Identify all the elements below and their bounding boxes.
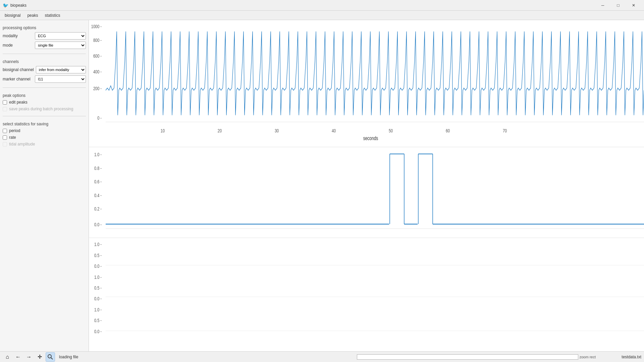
save-peaks-checkbox[interactable] bbox=[3, 107, 7, 111]
main-content: processing options modality ECG PPG RESP… bbox=[0, 20, 644, 351]
save-peaks-row: save peaks during batch processing bbox=[3, 107, 86, 111]
window-controls: ─ □ ✕ bbox=[595, 0, 641, 11]
svg-text:0.5 -: 0.5 - bbox=[94, 318, 102, 323]
sidebar: processing options modality ECG PPG RESP… bbox=[0, 20, 89, 351]
modality-label: modality bbox=[3, 34, 33, 38]
svg-text:20: 20 bbox=[218, 128, 222, 133]
processing-options-label: processing options bbox=[3, 25, 86, 30]
svg-text:1.0 -: 1.0 - bbox=[94, 307, 102, 313]
chart-area: 1000 - 800 - 600 - 400 - 200 - 0 - 10 20… bbox=[89, 20, 644, 351]
svg-text:0.5 -: 0.5 - bbox=[94, 252, 102, 258]
rate-checkbox[interactable] bbox=[3, 135, 7, 140]
marker-channel-label: marker channel bbox=[3, 77, 33, 81]
svg-text:0.2 -: 0.2 - bbox=[94, 206, 102, 212]
svg-text:0.5 -: 0.5 - bbox=[94, 285, 102, 291]
svg-text:0.0 -: 0.0 - bbox=[94, 263, 102, 269]
mode-label: mode bbox=[3, 43, 33, 48]
forward-button[interactable]: → bbox=[24, 352, 34, 362]
svg-text:800 -: 800 - bbox=[93, 37, 102, 43]
ecg-svg: 1000 - 800 - 600 - 400 - 200 - 0 - 10 20… bbox=[89, 20, 644, 147]
bottombar: ⌂ ← → ✛ loading file zoom rect testdata.… bbox=[0, 351, 644, 362]
period-label: period bbox=[9, 128, 20, 133]
period-row: period bbox=[3, 128, 86, 133]
sub-charts: 1.0 - 0.5 - 0.0 - 1.0 - 0.5 - 0.0 - 1.0 … bbox=[89, 238, 644, 351]
biosignal-channel-label: biosignal channel bbox=[3, 67, 34, 72]
sub-svg: 1.0 - 0.5 - 0.0 - 1.0 - 0.5 - 0.0 - 1.0 … bbox=[89, 238, 644, 351]
ecg-waveform bbox=[106, 32, 644, 115]
menu-biosignal[interactable]: biosignal bbox=[1, 12, 24, 19]
svg-text:50: 50 bbox=[389, 128, 393, 133]
tidal-amplitude-row: tidal amplitude bbox=[3, 142, 86, 146]
save-peaks-label: save peaks during batch processing bbox=[9, 107, 73, 111]
svg-text:10: 10 bbox=[161, 128, 165, 133]
mode-row: mode single file batch bbox=[3, 42, 86, 49]
period-checkbox[interactable] bbox=[3, 129, 7, 133]
modality-select[interactable]: ECG PPG RESP bbox=[35, 32, 86, 40]
svg-text:60: 60 bbox=[446, 128, 450, 133]
svg-text:30: 30 bbox=[275, 128, 279, 133]
svg-text:400 -: 400 - bbox=[93, 69, 102, 75]
divider-2 bbox=[3, 87, 86, 88]
modality-row: modality ECG PPG RESP bbox=[3, 32, 86, 40]
svg-text:1000 -: 1000 - bbox=[91, 24, 102, 29]
svg-text:1.0 -: 1.0 - bbox=[94, 242, 102, 247]
svg-text:1.0 -: 1.0 - bbox=[94, 152, 102, 158]
svg-line-44 bbox=[51, 358, 53, 359]
filename-label: testdata.txt bbox=[601, 355, 641, 359]
home-button[interactable]: ⌂ bbox=[3, 352, 12, 362]
minimize-button[interactable]: ─ bbox=[595, 0, 610, 11]
marker-svg: 1.0 - 0.8 - 0.6 - 0.4 - 0.2 - 0.0 - bbox=[89, 147, 644, 238]
move-button[interactable]: ✛ bbox=[35, 352, 44, 362]
progress-bar bbox=[357, 354, 578, 360]
back-button[interactable]: ← bbox=[13, 352, 23, 362]
zoom-icon bbox=[47, 354, 53, 360]
biosignal-channel-select[interactable]: infer from modality bbox=[36, 66, 86, 73]
menubar: biosignal peaks statistics bbox=[0, 11, 644, 20]
app-icon: 🐦 bbox=[3, 3, 8, 8]
rate-row: rate bbox=[3, 135, 86, 140]
svg-text:600 -: 600 - bbox=[93, 53, 102, 59]
mode-select[interactable]: single file batch bbox=[35, 42, 86, 49]
svg-text:0.0 -: 0.0 - bbox=[94, 328, 102, 334]
marker-chart: 1.0 - 0.8 - 0.6 - 0.4 - 0.2 - 0.0 - bbox=[89, 147, 644, 238]
statistics-label: select statistics for saving bbox=[3, 122, 86, 126]
edit-peaks-checkbox[interactable] bbox=[3, 100, 7, 105]
maximize-button[interactable]: □ bbox=[610, 0, 626, 11]
edit-peaks-row: edit peaks bbox=[3, 100, 86, 105]
close-button[interactable]: ✕ bbox=[626, 0, 641, 11]
svg-text:0.0 -: 0.0 - bbox=[94, 222, 102, 228]
svg-text:200 -: 200 - bbox=[93, 86, 102, 92]
biosignal-channel-row: biosignal channel infer from modality bbox=[3, 66, 86, 73]
titlebar: 🐦 biopeaks ─ □ ✕ bbox=[0, 0, 644, 11]
menu-statistics[interactable]: statistics bbox=[41, 12, 63, 19]
svg-text:0 -: 0 - bbox=[97, 115, 102, 121]
divider-1 bbox=[3, 54, 86, 54]
tidal-amplitude-checkbox[interactable] bbox=[3, 142, 7, 146]
edit-peaks-label: edit peaks bbox=[9, 100, 28, 105]
svg-text:1.0 -: 1.0 - bbox=[94, 274, 102, 280]
svg-text:40: 40 bbox=[332, 128, 336, 133]
menu-peaks[interactable]: peaks bbox=[24, 12, 41, 19]
channels-label: channels bbox=[3, 59, 86, 64]
ecg-chart: 1000 - 800 - 600 - 400 - 200 - 0 - 10 20… bbox=[89, 20, 644, 147]
zoom-label: zoom rect bbox=[580, 355, 596, 359]
divider-3 bbox=[3, 116, 86, 116]
tidal-amplitude-label: tidal amplitude bbox=[9, 142, 35, 146]
svg-text:0.8 -: 0.8 - bbox=[94, 165, 102, 171]
status-loading: loading file bbox=[59, 355, 356, 359]
svg-text:seconds: seconds bbox=[363, 135, 378, 141]
rate-label: rate bbox=[9, 135, 16, 140]
zoom-button[interactable] bbox=[46, 352, 55, 362]
svg-text:70: 70 bbox=[503, 128, 507, 133]
marker-channel-select[interactable]: I11 bbox=[35, 75, 86, 83]
app-title: biopeaks bbox=[10, 3, 595, 8]
svg-text:0.6 -: 0.6 - bbox=[94, 179, 102, 185]
svg-point-43 bbox=[48, 355, 51, 358]
svg-text:0.4 -: 0.4 - bbox=[94, 192, 102, 198]
svg-text:0.0 -: 0.0 - bbox=[94, 296, 102, 302]
marker-channel-row: marker channel I11 bbox=[3, 75, 86, 83]
peak-options-label: peak options bbox=[3, 93, 86, 98]
